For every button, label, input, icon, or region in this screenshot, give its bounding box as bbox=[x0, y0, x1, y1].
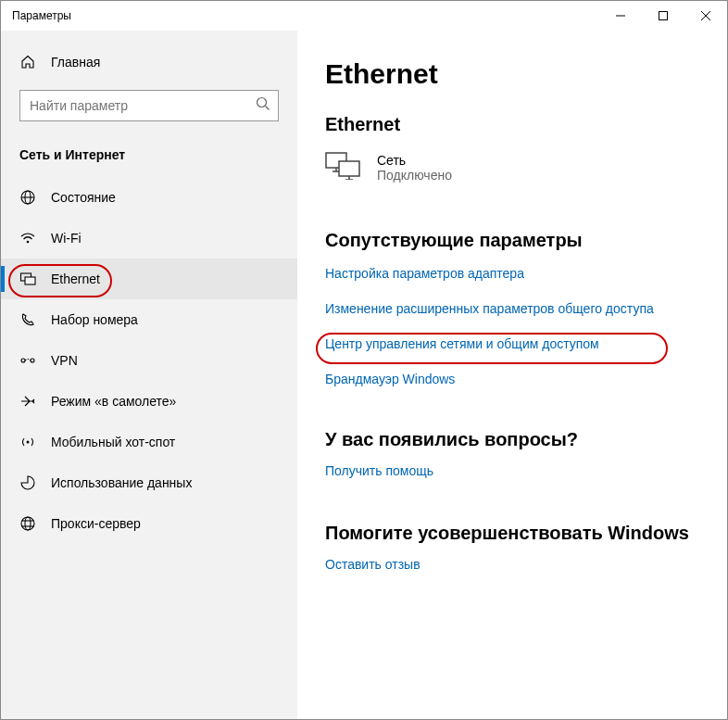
link-get-help[interactable]: Получить помощь bbox=[325, 463, 699, 478]
home-icon bbox=[19, 55, 36, 69]
minimize-button[interactable] bbox=[599, 1, 642, 31]
sidebar-item-label: Состояние bbox=[51, 190, 116, 205]
sidebar-item-label: Режим «в самолете» bbox=[51, 394, 176, 409]
questions-heading: У вас появились вопросы? bbox=[325, 429, 699, 450]
svg-rect-1 bbox=[659, 12, 668, 20]
sidebar-item-label: VPN bbox=[51, 353, 78, 368]
svg-point-12 bbox=[21, 359, 25, 362]
network-icon bbox=[325, 152, 360, 183]
datausage-icon bbox=[19, 474, 36, 491]
sidebar-item-status[interactable]: Состояние bbox=[1, 177, 297, 218]
sidebar-section-title: Сеть и Интернет bbox=[1, 140, 297, 177]
page-title: Ethernet bbox=[325, 58, 699, 90]
page-subtitle: Ethernet bbox=[325, 114, 699, 135]
search-field[interactable] bbox=[30, 98, 256, 113]
sidebar-home[interactable]: Главная bbox=[1, 47, 297, 77]
link-network-center[interactable]: Центр управления сетями и общим доступом bbox=[325, 336, 699, 351]
link-adapter-settings[interactable]: Настройка параметров адаптера bbox=[325, 266, 699, 281]
dialup-icon bbox=[19, 311, 36, 328]
sidebar-item-label: Ethernet bbox=[51, 272, 100, 286]
svg-rect-11 bbox=[25, 277, 35, 284]
home-label: Главная bbox=[51, 55, 100, 69]
sidebar-item-label: Wi-Fi bbox=[51, 231, 82, 246]
sidebar-item-hotspot[interactable]: Мобильный хот-спот bbox=[1, 422, 297, 462]
sidebar-item-datausage[interactable]: Использование данных bbox=[1, 462, 297, 503]
network-name: Сеть bbox=[377, 153, 452, 168]
link-firewall[interactable]: Брандмауэр Windows bbox=[325, 372, 699, 386]
svg-point-4 bbox=[257, 98, 267, 107]
hotspot-icon bbox=[19, 434, 36, 450]
sidebar-item-vpn[interactable]: VPN bbox=[1, 340, 297, 381]
close-button[interactable] bbox=[684, 1, 727, 31]
improve-heading: Помогите усовершенствовать Windows bbox=[325, 523, 699, 544]
sidebar: Главная Сеть и Интернет Состояние bbox=[1, 31, 297, 719]
svg-line-5 bbox=[266, 107, 270, 110]
ethernet-icon bbox=[19, 271, 36, 287]
wifi-icon bbox=[19, 230, 36, 246]
window-title: Параметры bbox=[12, 9, 71, 22]
sidebar-item-label: Использование данных bbox=[51, 475, 192, 490]
svg-point-14 bbox=[27, 441, 30, 444]
status-icon bbox=[19, 189, 36, 206]
svg-rect-22 bbox=[339, 161, 359, 176]
sidebar-item-dialup[interactable]: Набор номера bbox=[1, 299, 297, 340]
main-panel: Ethernet Ethernet Сеть Подключено Сопутс… bbox=[297, 31, 727, 719]
proxy-icon bbox=[19, 515, 36, 532]
sidebar-item-proxy[interactable]: Прокси-сервер bbox=[1, 503, 297, 544]
sidebar-item-ethernet[interactable]: Ethernet bbox=[1, 259, 297, 299]
airplane-icon bbox=[19, 393, 36, 410]
svg-point-15 bbox=[21, 517, 34, 530]
sidebar-item-label: Мобильный хот-спот bbox=[51, 435, 175, 449]
network-status-row[interactable]: Сеть Подключено bbox=[325, 152, 699, 183]
sidebar-item-label: Набор номера bbox=[51, 312, 138, 327]
sidebar-item-airplane[interactable]: Режим «в самолете» bbox=[1, 381, 297, 422]
vpn-icon bbox=[19, 352, 36, 369]
link-advanced-sharing[interactable]: Изменение расширенных параметров общего … bbox=[325, 301, 699, 316]
svg-point-13 bbox=[31, 359, 34, 362]
search-input[interactable] bbox=[19, 90, 279, 121]
window-controls bbox=[599, 1, 727, 31]
sidebar-item-wifi[interactable]: Wi-Fi bbox=[1, 218, 297, 259]
sidebar-item-label: Прокси-сервер bbox=[51, 516, 141, 531]
network-state: Подключено bbox=[377, 168, 452, 183]
svg-point-16 bbox=[25, 517, 31, 530]
svg-point-9 bbox=[27, 241, 30, 244]
related-heading: Сопутствующие параметры bbox=[325, 230, 699, 251]
maximize-button[interactable] bbox=[642, 1, 684, 31]
link-feedback[interactable]: Оставить отзыв bbox=[325, 557, 699, 572]
search-icon bbox=[256, 96, 270, 115]
